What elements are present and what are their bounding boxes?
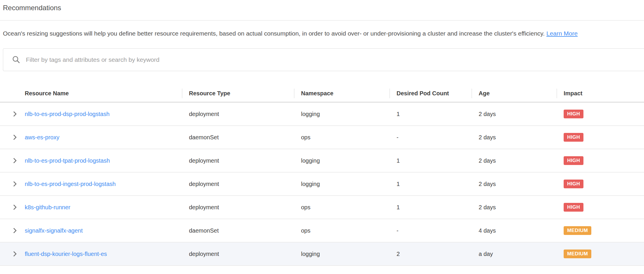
age-cell: 2 days [472,181,557,187]
impact-cell: MEDIUM [557,226,644,235]
age-cell: 2 days [472,204,557,211]
impact-cell: MEDIUM [557,250,644,258]
namespace-cell: ops [294,134,390,141]
chevron-right-icon[interactable] [12,111,17,117]
column-header-namespace: Namespace [294,85,390,102]
recommendations-page: Recommendations Ocean's resizing suggest… [0,3,644,274]
impact-badge: HIGH [564,133,583,142]
resource-type-cell: deployment [182,251,294,257]
column-header-age: Age [472,85,557,102]
desired-pod-count-cell: 1 [390,111,472,117]
impact-cell: HIGH [557,156,644,165]
desired-pod-count-cell: 1 [390,204,472,211]
chevron-right-icon[interactable] [12,181,17,187]
search-icon [12,55,21,64]
resource-type-cell: deployment [182,204,294,211]
table-row[interactable]: nlb-to-es-prod-ingest-prod-logstash depl… [0,173,644,196]
desired-pod-count-cell: 1 [390,157,472,164]
column-header-desired-pod-count: Desired Pod Count [390,85,472,102]
desired-pod-count-cell: 2 [390,251,472,257]
impact-badge: MEDIUM [564,250,591,258]
impact-cell: HIGH [557,203,644,212]
namespace-cell: ops [294,204,390,211]
chevron-right-icon[interactable] [12,251,17,257]
resource-name-link[interactable]: aws-es-proxy [25,134,59,141]
resource-name-link[interactable]: signalfx-signalfx-agent [25,227,83,234]
namespace-cell: ops [294,227,390,234]
resource-type-cell: deployment [182,181,294,187]
chevron-right-icon[interactable] [12,157,17,164]
table-row[interactable]: k8s-github-runner deployment ops 1 2 day… [0,196,644,219]
age-cell: 4 days [472,227,557,234]
namespace-cell: logging [294,181,390,187]
resource-name-link[interactable]: k8s-github-runner [25,204,70,211]
chevron-right-icon[interactable] [12,204,17,210]
table-row[interactable]: nlb-to-es-prod-tpat-prod-logstash deploy… [0,149,644,173]
impact-cell: HIGH [557,110,644,118]
search-input[interactable] [25,49,644,71]
age-cell: 2 days [472,157,557,164]
impact-badge: MEDIUM [564,226,591,235]
chevron-right-icon[interactable] [12,227,17,234]
impact-badge: HIGH [564,110,583,118]
namespace-cell: logging [294,251,390,257]
age-cell: 2 days [472,111,557,117]
desired-pod-count-cell: - [390,134,472,141]
namespace-cell: logging [294,111,390,117]
recommendations-table: Resource Name Resource Type Namespace De… [0,85,644,266]
table-row[interactable]: aws-es-proxy daemonSet ops - 2 days HIGH [0,126,644,149]
resource-type-cell: deployment [182,111,294,117]
impact-cell: HIGH [557,180,644,188]
column-header-resource-type: Resource Type [182,85,294,102]
impact-cell: HIGH [557,133,644,142]
chevron-right-icon[interactable] [12,134,17,140]
resource-name-link[interactable]: nlb-to-es-prod-ingest-prod-logstash [25,181,116,187]
table-header-row: Resource Name Resource Type Namespace De… [0,85,644,103]
resource-type-cell: daemonSet [182,227,294,234]
age-cell: 2 days [472,134,557,141]
page-description: Ocean's resizing suggestions will help y… [3,28,640,39]
resource-name-link[interactable]: nlb-to-es-prod-tpat-prod-logstash [25,157,110,164]
table-row[interactable]: signalfx-signalfx-agent daemonSet ops - … [0,219,644,243]
table-row[interactable]: fluent-dsp-kourier-logs-fluent-es deploy… [0,243,644,266]
title-divider [0,20,644,21]
desired-pod-count-cell: 1 [390,181,472,187]
table-row[interactable]: nlb-to-es-prod-dsp-prod-logstash deploym… [0,103,644,126]
namespace-cell: logging [294,157,390,164]
resource-type-cell: deployment [182,157,294,164]
age-cell: a day [472,251,557,257]
column-header-impact: Impact [557,85,644,102]
filter-search-box[interactable] [3,48,644,71]
resource-name-link[interactable]: fluent-dsp-kourier-logs-fluent-es [25,251,107,257]
description-text: Ocean's resizing suggestions will help y… [3,30,545,37]
resource-name-link[interactable]: nlb-to-es-prod-dsp-prod-logstash [25,111,109,117]
impact-badge: HIGH [564,203,583,212]
impact-badge: HIGH [564,156,583,165]
resource-type-cell: daemonSet [182,134,294,141]
impact-badge: HIGH [564,180,583,188]
learn-more-link[interactable]: Learn More [546,30,578,37]
desired-pod-count-cell: - [390,227,472,234]
column-header-resource-name: Resource Name [0,85,182,102]
page-title: Recommendations [3,3,644,12]
